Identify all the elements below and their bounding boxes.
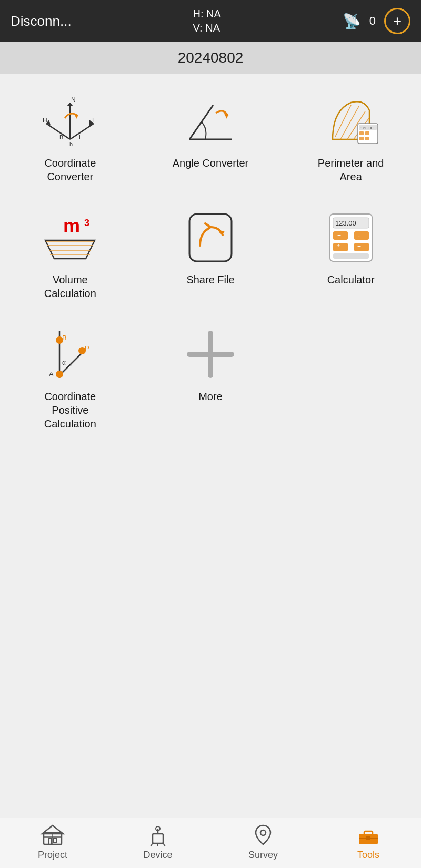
nav-device-label: Device — [143, 850, 172, 861]
svg-text:=: = — [357, 243, 361, 251]
svg-point-52 — [56, 371, 63, 378]
svg-text:3: 3 — [84, 218, 89, 228]
angle-converter-label: Angle Converter — [173, 156, 249, 170]
project-icon — [41, 823, 64, 846]
svg-text:B: B — [62, 334, 67, 342]
svg-text:N: N — [71, 96, 76, 104]
svg-rect-62 — [48, 838, 52, 844]
tool-coordinate-converter[interactable]: H E N B L h CoordinateConverter — [0, 79, 141, 196]
svg-text:E: E — [92, 117, 96, 124]
h-value: H: NA — [193, 8, 221, 20]
svg-text:*: * — [337, 243, 340, 251]
perimeter-area-label: Perimeter andArea — [318, 156, 384, 183]
main-content: H E N B L h CoordinateConverter — [0, 74, 421, 818]
device-status: Disconn... — [11, 13, 72, 29]
share-file-label: Share File — [186, 273, 234, 287]
volume-calculation-label: VolumeCalculation — [44, 273, 96, 300]
svg-rect-24 — [359, 131, 364, 135]
nav-tools[interactable]: Tools — [316, 823, 421, 861]
svg-text:L: L — [70, 361, 74, 368]
share-file-icon — [179, 209, 242, 267]
bottom-nav: Project Device Survey — [0, 818, 421, 868]
angle-converter-icon — [179, 92, 242, 150]
svg-rect-45 — [354, 243, 369, 251]
survey-icon — [252, 823, 275, 846]
svg-rect-34 — [189, 214, 232, 261]
svg-text:+: + — [337, 232, 341, 239]
svg-text:H: H — [43, 117, 47, 124]
more-label: More — [198, 390, 223, 403]
tool-perimeter-area[interactable]: 123.00 Perimeter andArea — [280, 79, 421, 196]
svg-text:α: α — [62, 359, 66, 366]
svg-line-16 — [335, 105, 351, 137]
svg-text:h: h — [69, 141, 73, 147]
svg-rect-47 — [333, 253, 369, 259]
svg-rect-74 — [364, 831, 373, 835]
coordinate-converter-icon: H E N B L h — [38, 92, 102, 150]
svg-text:-: - — [358, 232, 360, 239]
svg-point-72 — [260, 830, 266, 835]
svg-line-70 — [163, 843, 165, 846]
device-icon — [146, 823, 169, 846]
nav-survey[interactable]: Survey — [210, 823, 316, 861]
svg-line-0 — [46, 124, 70, 139]
coordinate-converter-label: CoordinateConverter — [44, 156, 96, 183]
svg-text:P: P — [85, 344, 89, 352]
tool-angle-converter[interactable]: Angle Converter — [141, 79, 281, 196]
svg-rect-63 — [54, 838, 57, 842]
nav-tools-label: Tools — [357, 850, 379, 861]
more-icon — [179, 325, 242, 383]
svg-rect-25 — [365, 131, 369, 135]
tool-share-file[interactable]: Share File — [141, 196, 281, 313]
tool-more[interactable]: More — [141, 313, 281, 443]
tool-calculator[interactable]: 123.00 + - * = Calculator — [280, 196, 421, 313]
perimeter-area-icon: 123.00 — [319, 92, 383, 150]
calculator-label: Calculator — [327, 273, 375, 287]
tools-icon — [357, 823, 380, 846]
svg-text:123.00: 123.00 — [335, 219, 356, 227]
tool-volume-calculation[interactable]: m 3 VolumeCalculation — [0, 196, 141, 313]
nav-device[interactable]: Device — [105, 823, 210, 861]
tool-grid: H E N B L h CoordinateConverter — [0, 79, 421, 443]
date-bar: 20240802 — [0, 42, 421, 74]
calculator-icon: 123.00 + - * = — [319, 209, 383, 267]
header: Disconn... H: NA V: NA 📡 0 + — [0, 0, 421, 42]
svg-rect-27 — [365, 137, 369, 140]
nav-project-label: Project — [38, 850, 67, 861]
add-button[interactable]: + — [384, 8, 410, 34]
coordinate-positive-icon: B A P α L — [38, 325, 102, 383]
svg-rect-26 — [359, 137, 364, 140]
satellite-icon: 📡 — [343, 13, 361, 30]
svg-line-69 — [151, 843, 153, 846]
volume-calculation-icon: m 3 — [38, 209, 102, 267]
svg-rect-66 — [153, 834, 163, 843]
nav-project[interactable]: Project — [0, 823, 105, 861]
nav-survey-label: Survey — [248, 850, 278, 861]
svg-text:B: B — [59, 134, 63, 140]
coordinate-positive-label: CoordinatePositiveCalculation — [44, 390, 96, 431]
tool-coordinate-positive[interactable]: B A P α L CoordinatePositiveCalculation — [0, 313, 141, 443]
svg-text:123.00: 123.00 — [360, 126, 374, 130]
svg-line-17 — [340, 106, 359, 139]
v-value: V: NA — [193, 22, 220, 34]
header-right: 📡 0 + — [343, 8, 410, 34]
svg-text:L: L — [79, 134, 82, 140]
svg-text:m: m — [63, 215, 80, 237]
svg-rect-43 — [333, 243, 348, 251]
svg-text:A: A — [49, 370, 54, 378]
svg-rect-76 — [366, 836, 370, 840]
svg-rect-41 — [354, 231, 369, 240]
zero-value: 0 — [369, 14, 376, 28]
gps-info: H: NA V: NA — [193, 8, 221, 34]
